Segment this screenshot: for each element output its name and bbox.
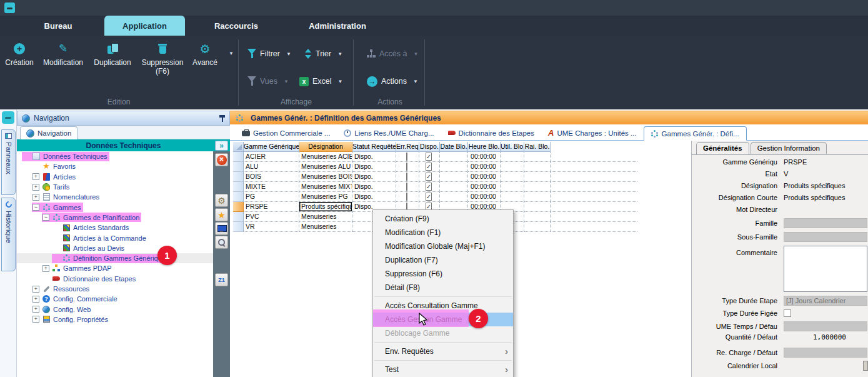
field-input[interactable]	[784, 232, 867, 242]
grid-column-header[interactable]: Err.Req.	[396, 142, 419, 152]
tree-item[interactable]: +Gammes PDAP	[17, 263, 213, 273]
tree-item[interactable]: +Nomenclatures	[17, 192, 213, 202]
table-row[interactable]: ACIERMenuiseries ACIERDispo.✓00:00:00	[233, 152, 637, 162]
context-menu-item[interactable]: Modification Globale (Maj+F1)	[373, 239, 513, 253]
create-button[interactable]: + Création	[1, 41, 37, 67]
views-button[interactable]: Vues ▼	[247, 74, 289, 89]
grid-column-header[interactable]: Heure Blo.	[468, 142, 501, 152]
grid-cell-date[interactable]	[440, 172, 468, 182]
unchecked-checkbox-icon[interactable]	[406, 173, 407, 181]
tree-item[interactable]: +Articles	[17, 172, 213, 182]
expand-icon[interactable]: +	[32, 173, 39, 180]
expand-icon[interactable]: +	[32, 306, 39, 313]
context-menu-item[interactable]: Suppression (F6)	[373, 267, 513, 281]
excel-dropdown-caret[interactable]: ▼	[338, 79, 343, 84]
menu-tab-raccourcis[interactable]: Raccourcis	[205, 16, 267, 36]
grid-cell-designation[interactable]: Menuiseries	[299, 222, 352, 232]
grid-cell-rai[interactable]	[524, 182, 551, 192]
grid-cell-designation[interactable]: Menuiseries MIXTE	[299, 182, 352, 192]
actions-button[interactable]: → Actions ▼	[367, 74, 418, 89]
advanced-button[interactable]: ⚙ Avancé	[187, 41, 222, 67]
table-row[interactable]: ALUMenuiseries ALUDispo.✓00:00:00	[233, 162, 637, 172]
expand-icon[interactable]: +	[32, 286, 39, 293]
grid-cell-err[interactable]	[396, 152, 419, 162]
grid-cell-util[interactable]	[501, 182, 524, 192]
expand-icon[interactable]: +	[42, 265, 49, 272]
grid-cell-code[interactable]: ALU	[244, 162, 299, 172]
grid-column-header[interactable]: Désignation	[299, 142, 352, 152]
grid-cell-code[interactable]: PVC	[244, 212, 299, 222]
grid-cell-dispo[interactable]: ✓	[419, 192, 440, 202]
context-menu-item[interactable]: Accès Gestion Gamme	[373, 313, 513, 326]
grid-cell-util[interactable]	[501, 172, 524, 182]
row-selector-cell[interactable]	[233, 152, 244, 162]
grid-cell-rai[interactable]	[524, 212, 551, 222]
tree-item[interactable]: +Config. Propriétés	[17, 314, 213, 324]
grid-column-header[interactable]: Gamme Générique	[244, 142, 299, 152]
grid-cell-code[interactable]: MIXTE	[244, 182, 299, 192]
close-button[interactable]: ×	[215, 153, 228, 166]
tree-item[interactable]: Dictionnaire des Etapes	[17, 274, 213, 284]
row-selector-cell[interactable]	[233, 212, 244, 222]
row-selector-cell[interactable]	[233, 172, 244, 182]
field-lookup-button[interactable]	[863, 361, 868, 371]
row-selector-cell[interactable]	[233, 162, 244, 172]
grid-cell-designation[interactable]: Menuiseries	[299, 212, 352, 222]
grid-cell-dispo[interactable]: ✓	[419, 182, 440, 192]
grid-cell-rai[interactable]	[524, 152, 551, 162]
filter-button[interactable]: Filtrer ▼	[247, 46, 291, 61]
collapse-icon[interactable]: −	[42, 214, 49, 221]
tree-item[interactable]: −Gammes	[17, 202, 213, 212]
collapse-panel-button[interactable]: »	[215, 141, 228, 151]
delete-button[interactable]: Suppression (F6)	[139, 41, 186, 76]
grid-cell-code[interactable]: PG	[244, 192, 299, 202]
expand-icon[interactable]: +	[32, 316, 39, 323]
context-menu-item[interactable]: Env. Requêtes›	[373, 344, 513, 358]
grid-cell-err[interactable]	[396, 172, 419, 182]
grid-cell-err[interactable]	[396, 192, 419, 202]
document-tab[interactable]: Gammes Génér. : Défi...	[644, 126, 747, 141]
desktop-tool-button[interactable]	[215, 222, 228, 235]
excel-button[interactable]: x Excel ▼	[299, 74, 343, 89]
tree-item[interactable]: −Gammes de Planification	[17, 213, 213, 223]
tree-item[interactable]: Définition Gammes Génériques	[17, 253, 213, 263]
comment-textarea[interactable]	[784, 246, 867, 292]
grid-column-header[interactable]: Rai. Blo.	[524, 142, 551, 152]
tree-item[interactable]: ★Favoris	[17, 161, 213, 171]
table-row[interactable]: MIXTEMenuiseries MIXTEDispo.✓00:00:00	[233, 182, 637, 192]
sort-button[interactable]: Trier ▼	[305, 46, 342, 61]
advanced-dropdown-caret[interactable]: ▼	[229, 51, 234, 56]
field-input[interactable]	[784, 348, 867, 358]
grid-cell-heure[interactable]: 00:00:00	[468, 182, 501, 192]
filter-dropdown-caret[interactable]: ▼	[286, 51, 291, 57]
row-selector-cell[interactable]	[233, 182, 244, 192]
row-selector-cell[interactable]	[233, 192, 244, 202]
checked-checkbox-icon[interactable]: ✓	[426, 193, 432, 201]
grid-cell-heure[interactable]: 00:00:00	[468, 192, 501, 202]
grid-cell-dispo[interactable]: ✓	[419, 162, 440, 172]
grid-cell-heure[interactable]: 00:00:00	[468, 162, 501, 172]
context-menu-item[interactable]: Accès Consultation Gamme	[373, 299, 513, 313]
grid-cell-designation[interactable]: Produits spécifiques	[299, 202, 352, 212]
grid-cell-date[interactable]	[440, 182, 468, 192]
grid-cell-rai[interactable]	[524, 162, 551, 172]
field-checkbox[interactable]	[784, 309, 791, 317]
grid-cell-util[interactable]	[501, 192, 524, 202]
dock-tab-historique[interactable]: Historique	[1, 198, 16, 271]
tree-item[interactable]: +Tarifs	[17, 182, 213, 192]
app-logo-icon[interactable]	[4, 3, 15, 13]
context-menu-item[interactable]: Modification (F1)	[373, 226, 513, 239]
context-menu-item[interactable]: Détail (F8)	[373, 281, 513, 294]
grid-cell-rai[interactable]	[524, 222, 551, 232]
menu-tab-bureau[interactable]: Bureau	[30, 16, 86, 36]
grid-cell-code[interactable]: PRSPE	[244, 202, 299, 212]
tree-item[interactable]: +Ressources	[17, 284, 213, 294]
grid-cell-statut[interactable]: Dispo.	[352, 172, 396, 182]
grid-cell-designation[interactable]: Menuiseries BOIS	[299, 172, 352, 182]
grid-column-header[interactable]: Dispo.	[419, 142, 440, 152]
grid-column-header[interactable]: Util. Blo.	[501, 142, 524, 152]
checked-checkbox-icon[interactable]: ✓	[426, 173, 432, 181]
tree-item[interactable]: +Config. Web	[17, 304, 213, 314]
pin-icon[interactable]	[219, 114, 225, 123]
document-tab[interactable]: Dictionnaire des Etapes	[441, 126, 541, 140]
